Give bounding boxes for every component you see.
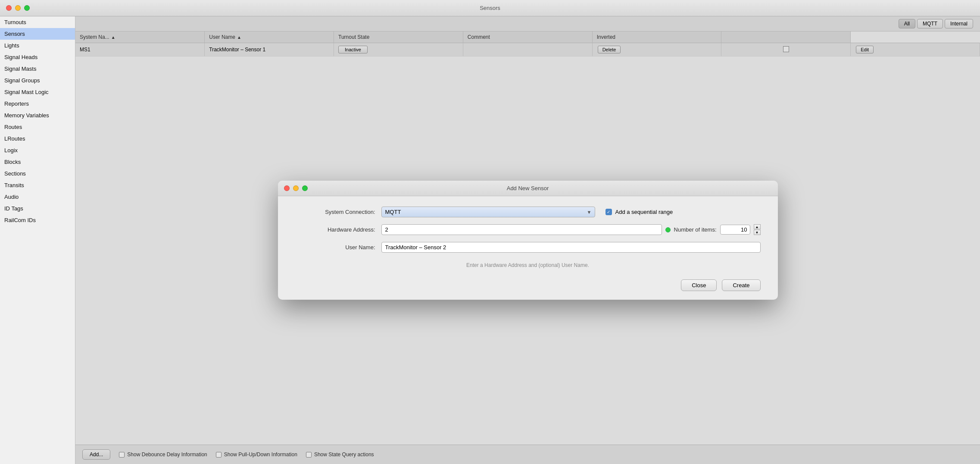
sidebar-item-sensors[interactable]: Sensors — [0, 28, 75, 40]
sidebar-item-audio[interactable]: Audio — [0, 191, 75, 203]
content-area: AllMQTTInternal System Na...▲User Name▲T… — [75, 16, 980, 464]
sidebar-item-lights[interactable]: Lights — [0, 40, 75, 51]
traffic-lights — [6, 5, 30, 11]
sidebar-item-reporters[interactable]: Reporters — [0, 98, 75, 110]
modal-traffic-lights — [284, 185, 308, 191]
system-connection-label: System Connection: — [295, 209, 381, 215]
sidebar-item-signal-groups[interactable]: Signal Groups — [0, 75, 75, 86]
hardware-address-label: Hardware Address: — [295, 226, 381, 233]
sidebar-item-signal-mast-logic[interactable]: Signal Mast Logic — [0, 86, 75, 98]
spinner-arrows: ▲ ▼ — [754, 224, 761, 235]
sequential-checkbox-row: ✓ Add a sequential range — [605, 209, 761, 215]
sidebar-item-routes[interactable]: Routes — [0, 121, 75, 133]
sequential-section: ✓ Add a sequential range — [605, 209, 761, 215]
modal-min-light[interactable] — [293, 185, 299, 191]
main-layout: TurnoutsSensorsLightsSignal HeadsSignal … — [0, 16, 980, 464]
num-items-input[interactable] — [720, 225, 750, 235]
num-of-items-row: Number of items: ▲ ▼ — [674, 224, 761, 235]
min-traffic-light[interactable] — [15, 5, 21, 11]
modal-dialog: Add New Sensor System Connection: MQTT I… — [278, 181, 778, 300]
spinner-up-icon[interactable]: ▲ — [754, 224, 761, 229]
user-name-label: User Name: — [295, 244, 381, 251]
sidebar-item-id-tags[interactable]: ID Tags — [0, 203, 75, 214]
hardware-address-input[interactable] — [381, 224, 662, 235]
create-button[interactable]: Create — [722, 279, 760, 291]
modal-close-light[interactable] — [284, 185, 290, 191]
system-connection-input-area: MQTT Internal ▼ ✓ Add a sequential range — [381, 207, 761, 217]
system-connection-select-wrapper: MQTT Internal ▼ — [381, 207, 595, 217]
sidebar-item-memory-vars[interactable]: Memory Variables — [0, 110, 75, 121]
sidebar-item-sections[interactable]: Sections — [0, 168, 75, 179]
system-connection-row: System Connection: MQTT Internal ▼ — [295, 207, 761, 217]
modal-titlebar: Add New Sensor — [278, 181, 778, 196]
modal-title: Add New Sensor — [507, 185, 549, 191]
sidebar-item-railcom-ids[interactable]: RailCom IDs — [0, 214, 75, 226]
user-name-input-area — [381, 242, 761, 253]
sequential-checkbox[interactable]: ✓ — [605, 209, 612, 215]
titlebar: Sensors — [0, 0, 980, 16]
close-button[interactable]: Close — [681, 279, 717, 291]
sequential-label: Add a sequential range — [615, 209, 673, 215]
modal-max-light[interactable] — [302, 185, 308, 191]
sidebar-item-signal-heads[interactable]: Signal Heads — [0, 51, 75, 63]
system-connection-select[interactable]: MQTT Internal — [381, 207, 595, 217]
modal-overlay: Add New Sensor System Connection: MQTT I… — [75, 16, 980, 464]
window-title: Sensors — [480, 5, 500, 11]
sidebar-item-logix[interactable]: Logix — [0, 144, 75, 156]
hardware-address-row: Hardware Address: Number of items: ▲ ▼ — [295, 224, 761, 235]
sidebar-item-lroutes[interactable]: LRoutes — [0, 133, 75, 144]
spinner-down-icon[interactable]: ▼ — [754, 230, 761, 235]
close-traffic-light[interactable] — [6, 5, 12, 11]
user-name-row: User Name: — [295, 242, 761, 253]
sidebar-item-transits[interactable]: Transits — [0, 179, 75, 191]
max-traffic-light[interactable] — [24, 5, 30, 11]
num-of-items-label: Number of items: — [674, 226, 717, 233]
user-name-input[interactable] — [381, 242, 761, 253]
modal-actions: Close Create — [278, 279, 778, 291]
modal-body: System Connection: MQTT Internal ▼ — [278, 196, 778, 279]
green-status-dot — [665, 227, 671, 232]
hint-text: Enter a Hardware Address and (optional) … — [295, 260, 761, 275]
sidebar-item-signal-masts[interactable]: Signal Masts — [0, 63, 75, 75]
hardware-address-input-area: Number of items: ▲ ▼ — [381, 224, 761, 235]
sidebar-item-blocks[interactable]: Blocks — [0, 156, 75, 168]
sidebar: TurnoutsSensorsLightsSignal HeadsSignal … — [0, 16, 75, 464]
sidebar-item-turnouts[interactable]: Turnouts — [0, 16, 75, 28]
